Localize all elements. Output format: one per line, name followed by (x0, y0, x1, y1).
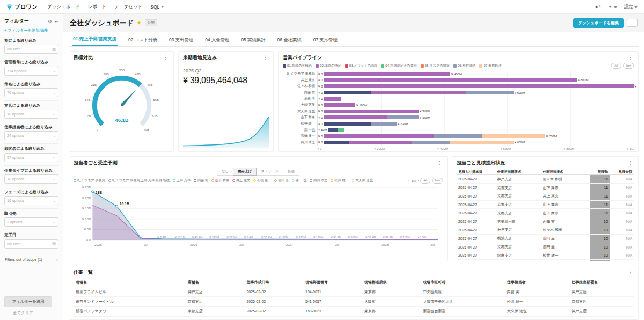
filter-select[interactable]: 774 options⌄ (4, 67, 58, 76)
bar-segment[interactable] (324, 97, 341, 101)
legend-item[interactable]: 森 一也 (292, 178, 306, 183)
ai-sparkle-icon[interactable]: ✦⁺ (595, 4, 601, 10)
legend-inv-button[interactable]: Inv (623, 63, 634, 69)
legend-all-button[interactable]: All (611, 63, 621, 69)
filter-select[interactable]: 10 options⌄ (4, 174, 58, 184)
gear-icon[interactable]: ⚙ (48, 19, 52, 24)
chart-options-icon[interactable]: ⋮ (162, 55, 169, 60)
legend-item[interactable]: 01.商談の見極め (283, 63, 312, 68)
legend-item[interactable]: 土師 万琴 (173, 178, 191, 183)
filter-date-input[interactable]: No filter▦ (4, 239, 58, 249)
bar-segment[interactable] (371, 91, 466, 94)
column-header[interactable]: 現場名 (74, 278, 186, 287)
tab-2[interactable]: 02.コスト分析 (127, 37, 158, 46)
legend-item[interactable]: 03.メリットの訴求 (345, 63, 378, 68)
bar-segment[interactable] (450, 141, 514, 144)
legend-item[interactable]: 06.契約締結 (453, 63, 475, 68)
legend-item[interactable]: 松井 雄一 (331, 178, 348, 183)
legend-item[interactable]: 07 事務処理 (479, 63, 501, 68)
clear-all-link[interactable]: 全てクリア (4, 310, 58, 316)
bar-segment[interactable] (482, 134, 545, 138)
filter-select[interactable]: 76 options⌄ (4, 88, 58, 97)
legend-item[interactable]: 0_ミツモア 事務局,土師 万琴,松井 智穂 (108, 178, 170, 183)
bar-segment[interactable] (466, 91, 513, 94)
mode-button-2[interactable]: 積み上げ (233, 168, 257, 176)
nav-item-sql[interactable]: SQL (150, 4, 164, 10)
pager-next-icon[interactable]: › (418, 179, 419, 183)
bar-segment[interactable] (412, 141, 450, 144)
filter-select[interactable]: 24 options⌄ (4, 131, 58, 140)
legend-item[interactable]: 山下 舞奈 (211, 178, 229, 183)
chart-options-icon[interactable]: ⋮ (262, 55, 269, 60)
bar-segment[interactable] (324, 72, 450, 76)
filter-date-input[interactable]: No filter▦ (4, 45, 58, 54)
column-header[interactable]: 現場市区町村 (421, 278, 505, 287)
nav-item-dashboard[interactable]: ダッシュボード (47, 4, 80, 10)
bar-segment[interactable] (328, 128, 338, 132)
collapse-sidebar-icon[interactable]: ⇤ (55, 19, 58, 24)
column-header[interactable]: 見積もり提出日 (457, 169, 496, 175)
bar-segment[interactable] (434, 134, 481, 138)
legend-item[interactable]: 井上 康文 (232, 178, 250, 183)
legend-item[interactable]: 石橋 康一 (253, 178, 271, 183)
bar-segment[interactable] (338, 128, 344, 132)
bar-segment[interactable] (324, 103, 355, 107)
bar-segment[interactable] (324, 91, 371, 94)
column-header[interactable]: 見積数 (590, 169, 609, 175)
bar-segment[interactable] (324, 141, 349, 144)
chart-options-icon[interactable]: ⋮ (627, 270, 634, 275)
bar-segment[interactable] (387, 115, 419, 119)
tab-3[interactable]: 03.支出管理 (168, 37, 194, 46)
pager-prev-icon[interactable]: ‹ (408, 179, 409, 183)
legend-inv-button[interactable]: Inv (432, 178, 443, 184)
more-options-button[interactable]: ··· (627, 19, 638, 27)
legend-item[interactable]: 02.課題の特定 (316, 63, 341, 68)
filter-select[interactable]: 10 options⌄ (4, 110, 58, 119)
bar-segment[interactable] (324, 122, 371, 126)
bar-segment[interactable] (324, 110, 419, 113)
column-header[interactable]: 仕事担当部署名 (496, 169, 541, 175)
legend-item[interactable]: 05.リスクの排除 (421, 63, 450, 68)
nav-item-dataset[interactable]: データセット (114, 4, 142, 10)
column-header[interactable]: 仕事担当部署名 (569, 278, 634, 287)
mode-button-4[interactable]: 拡張 (283, 168, 299, 176)
tab-5[interactable]: 05.実績集計 (240, 37, 266, 46)
bar-segment[interactable] (324, 115, 387, 119)
tab-6[interactable]: 06.全社業績 (276, 37, 303, 46)
column-header[interactable]: 見積金額 (610, 169, 634, 175)
settings-menu[interactable]: 設定 (624, 4, 638, 10)
bar-segment[interactable] (371, 122, 397, 126)
column-header[interactable]: 仕事担当者 (505, 278, 569, 287)
add-edit-filters-link[interactable]: + フィルターを追加/編集 (4, 28, 58, 33)
filter-select[interactable]: 3 options⌄ (4, 217, 58, 227)
legend-item[interactable]: 04.意思決定者の賛同 (381, 63, 416, 68)
column-header[interactable]: 現場郵便番号 (303, 278, 362, 287)
mode-button-1[interactable]: なし (217, 168, 233, 176)
mode-button-3[interactable]: ストリーム (257, 168, 283, 176)
nav-item-report[interactable]: レポート (88, 4, 107, 10)
legend-all-button[interactable]: All (420, 178, 430, 184)
add-menu-button[interactable]: ＋ (608, 4, 617, 10)
app-logo[interactable]: プロワン (6, 3, 38, 11)
legend-item[interactable]: 内藤 実 (194, 178, 208, 183)
bar-segment[interactable] (349, 141, 412, 144)
filter-select[interactable]: 57 options⌄ (4, 153, 58, 162)
chart-options-icon[interactable]: ⋮ (627, 55, 634, 60)
tab-4[interactable]: 04.入金管理 (204, 37, 230, 46)
column-header[interactable]: 店舗名 (186, 278, 245, 287)
column-header[interactable]: 現場都道府県 (362, 278, 421, 287)
legend-item[interactable]: 織川 孝之 (310, 178, 327, 183)
apply-filters-button[interactable]: フィルターを適用 (4, 296, 52, 307)
favorite-star-icon[interactable]: ★ (137, 20, 142, 26)
column-header[interactable]: 仕事担当者名 (541, 169, 590, 175)
column-header[interactable]: 仕事作成日時 (244, 278, 303, 287)
tab-7[interactable]: 07.支払管理 (312, 37, 339, 46)
edit-dashboard-button[interactable]: ダッシュボードを編集 (573, 18, 624, 28)
chart-options-icon[interactable]: ⋮ (436, 161, 443, 165)
bar-segment[interactable] (324, 84, 633, 88)
bar-segment[interactable] (324, 134, 434, 138)
filters-out-of-scope[interactable]: Filters out of scope (1) › (4, 253, 58, 266)
legend-item[interactable]: 前田 圭 (274, 178, 289, 183)
legend-item[interactable]: 0_ミツモア 事務局 (74, 178, 105, 183)
chart-options-icon[interactable]: ⋮ (627, 161, 634, 165)
